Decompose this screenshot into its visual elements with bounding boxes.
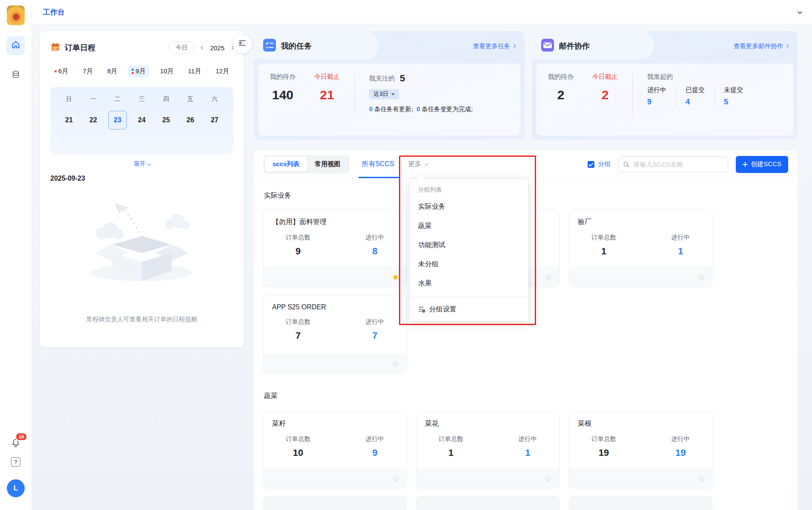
month-aug[interactable]: 8月	[104, 65, 121, 78]
tab-more[interactable]: 更多	[408, 160, 427, 169]
star-outline-icon[interactable]: ☆	[545, 475, 552, 483]
collapse-calendar-button[interactable]	[232, 34, 252, 54]
due-today-label: 今日截止	[314, 73, 340, 81]
checkbox-checked-icon[interactable]	[588, 161, 594, 168]
app-logo[interactable]	[7, 6, 25, 25]
search-input[interactable]	[618, 156, 728, 173]
due-today-value: 21	[320, 88, 334, 102]
range-dropdown[interactable]: 近3日	[369, 89, 399, 99]
dropdown-item-fruit[interactable]: 水果	[410, 274, 528, 293]
date-cell[interactable]: 27	[205, 111, 224, 130]
help-icon[interactable]: ?	[11, 457, 20, 467]
sccs-card-audit[interactable]: 验厂 订单总数1 进行中1 ☆	[569, 210, 712, 286]
chevron-down-icon	[147, 162, 151, 165]
date-cell[interactable]: 22	[84, 111, 103, 130]
tab-all-sccs[interactable]: 所有SCCS	[362, 160, 394, 169]
plus-icon	[743, 162, 748, 167]
total-value: 19	[599, 447, 609, 458]
ongoing-label: 进行中	[647, 86, 666, 94]
unsubmitted-label: 未提交	[724, 86, 743, 94]
home-icon	[11, 40, 20, 51]
sccs-card-rapeseed[interactable]: 菜籽 订单总数10 进行中9 ☆	[263, 411, 407, 488]
prev-year-icon[interactable]	[201, 46, 204, 49]
today-button[interactable]: 今日	[169, 41, 195, 54]
divider	[410, 297, 528, 297]
collapse-header-button[interactable]	[798, 8, 801, 16]
month-jun[interactable]: 6月	[51, 65, 72, 78]
month-dec[interactable]: 12月	[212, 65, 232, 78]
total-label: 订单总数	[286, 318, 310, 326]
total-value: 1	[601, 246, 606, 257]
weekday-label: 二	[108, 95, 127, 103]
calendar-empty-hint: 里程碑负责人可查看相关订单的日程提醒	[40, 315, 244, 323]
dropdown-item-business[interactable]: 实际业务	[410, 197, 528, 216]
month-oct[interactable]: 10月	[157, 65, 177, 78]
my-tasks-card: 我的任务 查看更多任务 我的待办 140 今日截止 21 我关注的 5	[254, 31, 525, 140]
dropdown-item-ungrouped[interactable]: 未分组	[410, 255, 528, 274]
ongoing-label: 进行中	[519, 435, 537, 443]
star-filled-icon[interactable]: ★	[392, 273, 399, 281]
follow-value: 5	[400, 73, 405, 84]
month-jul[interactable]: 7月	[79, 65, 96, 78]
star-outline-icon[interactable]: ☆	[545, 273, 552, 281]
partial-card-top	[416, 496, 560, 510]
date-cell[interactable]: 21	[60, 111, 78, 130]
ongoing-value: 9	[372, 447, 377, 458]
top-bar: 工作台	[32, 0, 812, 24]
ongoing-value: 1	[525, 447, 530, 458]
weekday-label: 四	[157, 95, 175, 103]
ongoing-value: 1	[678, 246, 683, 257]
dropdown-item-vegetables[interactable]: 蔬菜	[410, 216, 528, 236]
sccs-tabbar: sccs列表 常用视图 所有SCCS 更多 分组 创建SCCS	[254, 150, 798, 179]
sccs-card-app-s25[interactable]: APP S25 ORDER 订单总数7 进行中7 ☆	[263, 295, 407, 373]
notifications-button[interactable]: 19	[10, 437, 21, 449]
total-label: 订单总数	[286, 233, 310, 242]
sidebar-item-data[interactable]	[6, 66, 25, 85]
dropdown-item-function-test[interactable]: 功能测试	[410, 236, 528, 255]
total-value: 1	[448, 447, 453, 458]
empty-box-illustration	[50, 188, 233, 285]
month-nov[interactable]: 11月	[185, 65, 205, 78]
unsubmitted-value: 5	[724, 98, 743, 107]
sccs-card-fabric[interactable]: 【勿用】面料管理 订单总数9 进行中8 ★	[263, 210, 407, 286]
star-outline-icon[interactable]: ☆	[392, 475, 399, 483]
group-settings-icon	[418, 305, 426, 313]
view-segmented-control: sccs列表 常用视图	[263, 155, 350, 173]
create-sccs-button[interactable]: 创建SCCS	[736, 156, 788, 173]
submitted-value: 4	[686, 98, 705, 107]
star-outline-icon[interactable]: ☆	[697, 273, 705, 281]
ongoing-label: 进行中	[366, 233, 384, 242]
star-outline-icon[interactable]: ☆	[697, 475, 705, 483]
date-cell-selected[interactable]: 23	[108, 111, 127, 130]
mail-todo-label: 我的待办	[548, 73, 574, 81]
sccs-card-root[interactable]: 菜根 订单总数19 进行中19 ☆	[569, 411, 712, 488]
divider	[632, 75, 633, 115]
weekday-label: 五	[181, 95, 200, 103]
sccs-search	[618, 156, 728, 173]
date-cell[interactable]: 26	[181, 111, 200, 130]
submitted-label: 已提交	[686, 86, 705, 94]
tab-sccs-list[interactable]: sccs列表	[265, 157, 307, 172]
group-settings-item[interactable]: 分组设置	[410, 299, 528, 320]
week-panel: 日 一 二 三 四 五 六 21 22 23 24 25 26 27	[50, 87, 233, 154]
more-tasks-link[interactable]: 查看更多任务	[473, 42, 515, 50]
sccs-card-cauliflower[interactable]: 菜花 订单总数1 进行中1 ☆	[416, 411, 560, 488]
date-cell[interactable]: 25	[157, 111, 175, 130]
mail-due-value: 2	[602, 88, 609, 102]
date-cell[interactable]: 24	[132, 111, 151, 130]
order-schedule-card: 订单日程 今日 2025 6月 7月 8月 9月 10月 11月 12月 日 一	[40, 31, 244, 347]
expand-link[interactable]: 展开	[50, 160, 233, 168]
tab-common-views[interactable]: 常用视图	[307, 157, 348, 172]
weekday-label: 六	[205, 95, 224, 103]
dropdown-header: 分组列表	[410, 179, 528, 197]
group-toggle[interactable]: 分组	[588, 160, 611, 168]
total-label: 订单总数	[591, 233, 616, 242]
red-dot-icon	[132, 72, 134, 74]
bell-icon	[10, 442, 21, 449]
more-mail-link[interactable]: 查看更多邮件协作	[734, 42, 788, 50]
month-sep-active[interactable]: 9月	[128, 65, 149, 78]
star-outline-icon[interactable]: ☆	[392, 360, 399, 368]
initiated-label: 我发起的	[647, 73, 673, 80]
user-avatar[interactable]: L	[7, 479, 25, 497]
sidebar-item-home[interactable]	[6, 36, 25, 55]
